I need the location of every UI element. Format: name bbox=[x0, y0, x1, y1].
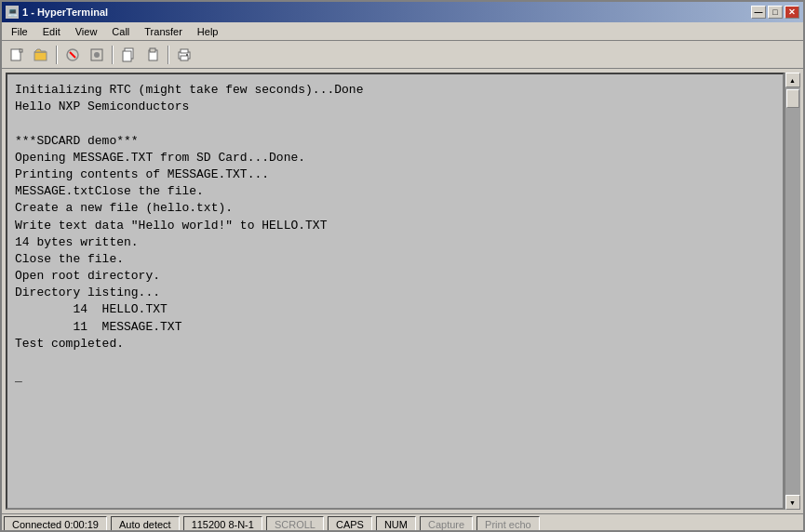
svg-point-15 bbox=[186, 54, 188, 56]
caps-status: CAPS bbox=[328, 516, 372, 533]
toolbar bbox=[2, 41, 803, 69]
connected-status: Connected 0:00:19 bbox=[4, 516, 107, 533]
menu-edit[interactable]: Edit bbox=[35, 24, 68, 39]
close-button[interactable]: ✕ bbox=[785, 6, 799, 19]
menu-file[interactable]: File bbox=[4, 24, 35, 39]
capture-status: Capture bbox=[420, 516, 473, 533]
svg-rect-2 bbox=[20, 49, 22, 52]
print-echo-status: Print echo bbox=[476, 516, 540, 533]
status-bar: Connected 0:00:19 Auto detect 115200 8-N… bbox=[2, 513, 803, 532]
svg-rect-13 bbox=[181, 56, 188, 60]
menu-help[interactable]: Help bbox=[190, 24, 226, 39]
svg-rect-14 bbox=[181, 49, 188, 53]
paste-button[interactable] bbox=[141, 44, 164, 66]
minimize-button[interactable]: — bbox=[751, 6, 766, 19]
disconnect-button[interactable] bbox=[61, 44, 84, 66]
menu-bar: File Edit View Call Transfer Help bbox=[2, 22, 803, 41]
new-connection-button[interactable] bbox=[6, 44, 28, 66]
baud-rate-status: 115200 8-N-1 bbox=[183, 516, 262, 533]
main-area: Initializing RTC (might take few seconds… bbox=[2, 69, 803, 513]
svg-rect-9 bbox=[123, 51, 131, 61]
scroll-track[interactable] bbox=[785, 87, 800, 495]
terminal-output: Initializing RTC (might take few seconds… bbox=[7, 74, 783, 508]
scroll-up-button[interactable]: ▲ bbox=[785, 73, 800, 87]
menu-view[interactable]: View bbox=[68, 24, 105, 39]
svg-line-5 bbox=[70, 52, 75, 58]
scrollbar[interactable]: ▲ ▼ bbox=[785, 73, 799, 510]
num-status: NUM bbox=[376, 516, 416, 533]
title-bar: 💻 1 - HyperTerminal — □ ✕ bbox=[2, 2, 803, 22]
svg-rect-3 bbox=[34, 52, 47, 60]
maximize-button[interactable]: □ bbox=[768, 6, 783, 19]
scroll-thumb[interactable] bbox=[786, 89, 799, 108]
toolbar-separator-3 bbox=[168, 46, 169, 64]
scroll-down-button[interactable]: ▼ bbox=[785, 495, 800, 510]
toolbar-separator-1 bbox=[56, 46, 58, 64]
open-button[interactable] bbox=[30, 44, 52, 66]
copy-button[interactable] bbox=[117, 44, 140, 66]
scroll-status: SCROLL bbox=[266, 516, 324, 533]
toolbar-separator-2 bbox=[112, 46, 114, 64]
properties-button[interactable] bbox=[86, 44, 108, 66]
print-button[interactable] bbox=[173, 44, 195, 66]
menu-call[interactable]: Call bbox=[104, 24, 137, 39]
svg-point-7 bbox=[94, 52, 100, 58]
app-icon: 💻 bbox=[6, 6, 19, 19]
menu-transfer[interactable]: Transfer bbox=[137, 24, 190, 39]
auto-detect-status: Auto detect bbox=[111, 516, 180, 533]
svg-rect-11 bbox=[150, 48, 155, 52]
terminal-container[interactable]: Initializing RTC (might take few seconds… bbox=[6, 73, 785, 510]
window-controls: — □ ✕ bbox=[751, 6, 799, 19]
window-title: 1 - HyperTerminal bbox=[22, 7, 751, 18]
